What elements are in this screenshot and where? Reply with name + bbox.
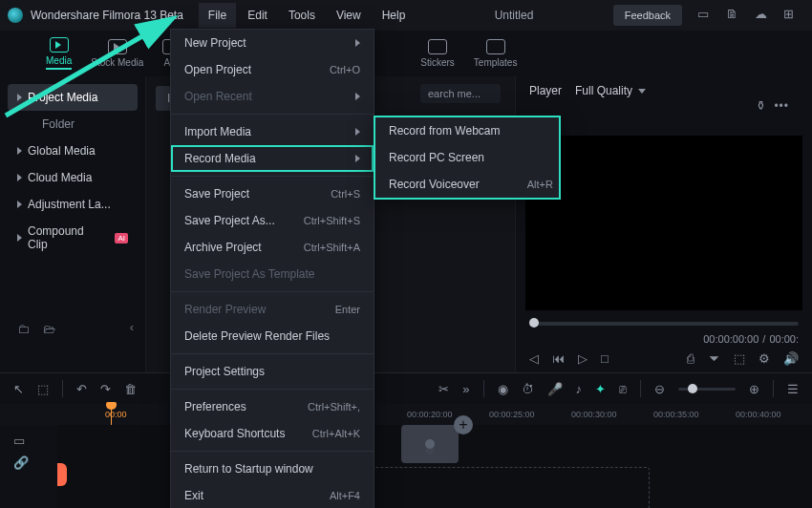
tab-stock-media[interactable]: Stock Media [91,39,143,68]
zoom-out-icon[interactable]: ⊖ [654,383,665,395]
divider [62,380,63,397]
tab-stickers[interactable]: Stickers [420,39,455,68]
add-clip-button[interactable]: + [454,415,473,434]
chevron-right-icon [17,94,22,101]
ai-badge: AI [115,233,128,243]
menu-exit[interactable]: ExitAlt+F4 [171,482,374,508]
sidebar-item-project-media[interactable]: Project Media [8,84,138,111]
pointer-tool-icon[interactable]: ↖ [13,383,24,395]
monitor-icon[interactable]: ▭ [697,8,713,23]
menu-import-media[interactable]: Import Media [171,118,374,145]
player-scrubber[interactable] [529,322,799,326]
menu-edit[interactable]: Edit [238,3,277,28]
mic-icon[interactable]: 🎤 [547,383,563,395]
more-icon[interactable]: ••• [774,99,789,113]
sidebar-item-global-media[interactable]: Global Media [8,138,138,164]
submenu-arrow-icon [355,128,360,136]
player-viewport[interactable] [525,136,802,310]
select-tool-icon[interactable]: ⬚ [37,383,49,395]
split-icon[interactable]: ✂ [438,383,449,395]
color-icon[interactable]: ◉ [498,383,508,395]
prev-frame-icon[interactable]: ◁ [529,352,539,365]
media-placeholder-icon[interactable] [401,425,459,463]
delete-icon[interactable]: 🗑 [124,383,137,395]
tab-media[interactable]: Media [46,37,72,70]
separator [171,389,374,390]
new-folder-icon[interactable]: 🗀 [17,323,30,335]
track-link-icon[interactable]: 🔗 [13,456,44,469]
speed-icon[interactable]: ⏱ [522,383,534,395]
menu-view[interactable]: View [327,3,371,28]
menu-preferences[interactable]: PreferencesCtrl+Shift+, [171,393,374,420]
cloud-icon[interactable]: ☁ [755,8,770,23]
menu-save-project[interactable]: Save ProjectCtrl+S [171,180,374,207]
list-view-icon[interactable]: ☰ [787,383,799,395]
file-menu: New Project Open ProjectCtrl+O Open Rece… [170,29,374,508]
play-icon[interactable]: ▷ [578,352,588,365]
apps-icon[interactable]: ⊞ [783,8,799,23]
marker-icon[interactable]: ⏷ [708,352,720,365]
crop-icon[interactable]: ⬚ [734,352,745,365]
menu-render-preview: Render PreviewEnter [171,296,374,323]
ai-tool-icon[interactable]: ✦ [595,383,606,395]
chevron-right-icon [17,234,22,242]
app-logo-icon [8,8,23,23]
timecode: 00:00:40:00 [736,410,812,419]
menu-save-project-as[interactable]: Save Project As...Ctrl+Shift+S [171,207,374,234]
media-icon [50,37,69,53]
folder-icon[interactable]: 🗁 [43,323,55,335]
menu-record-screen[interactable]: Record PC Screen [375,144,566,171]
chevron-right-icon [17,201,22,208]
more-tools-icon[interactable]: » [462,383,469,395]
tab-templates[interactable]: Templates [474,39,518,68]
feedback-button[interactable]: Feedback [613,5,682,26]
filter-icon[interactable]: ⚱ [756,99,766,112]
sidebar-item-cloud-media[interactable]: Cloud Media [8,164,138,191]
menu-keyboard-shortcuts[interactable]: Keyboard ShortcutsCtrl+Alt+K [171,420,374,447]
player-quality-select[interactable]: Full Quality [575,84,646,97]
templates-icon [486,39,505,54]
zoom-in-icon[interactable]: ⊕ [749,383,759,395]
menu-record-voiceover[interactable]: Record VoiceoverAlt+R [375,171,566,198]
submenu-arrow-icon [355,155,360,162]
step-back-icon[interactable]: ⏮ [552,352,565,365]
separator [171,451,374,452]
save-icon[interactable]: 🗎 [726,8,741,23]
menu-open-project[interactable]: Open ProjectCtrl+O [171,56,374,83]
menu-help[interactable]: Help [373,3,416,28]
redo-icon[interactable]: ↷ [100,383,111,395]
zoom-slider[interactable] [678,388,736,391]
drag-handle[interactable] [57,463,67,486]
menu-archive-project[interactable]: Archive ProjectCtrl+Shift+A [171,234,374,261]
zoom-handle[interactable] [688,384,697,393]
undo-icon[interactable]: ↶ [76,383,87,395]
menu-return-startup[interactable]: Return to Startup window [171,455,374,482]
music-icon[interactable]: ♪ [576,383,583,395]
snapshot-icon[interactable]: ⎙ [687,352,694,365]
scrubber-handle[interactable] [529,318,539,328]
menu-open-recent: Open Recent [171,83,374,110]
menu-tools[interactable]: Tools [279,3,325,28]
divider [773,380,774,397]
menu-delete-render-files[interactable]: Delete Preview Render Files [171,323,374,349]
mixer-icon[interactable]: ⎚ [619,383,627,395]
stop-icon[interactable]: □ [601,352,609,365]
settings-icon[interactable]: ⚙ [759,352,770,365]
separator [171,114,374,115]
volume-icon[interactable]: 🔊 [783,352,799,365]
search-input[interactable]: earch me... [420,84,501,103]
divider [483,380,484,397]
time-separator: / [762,333,765,345]
chevron-right-icon [17,174,22,181]
menu-project-settings[interactable]: Project Settings [171,358,374,385]
menu-new-project[interactable]: New Project [171,30,374,56]
sidebar-item-compound-clip[interactable]: Compound ClipAI [8,218,138,258]
prev-page-icon[interactable]: ‹ [130,321,134,333]
menu-record-media[interactable]: Record Media [171,145,374,172]
menu-file[interactable]: File [199,3,236,28]
menu-record-webcam[interactable]: Record from Webcam [375,117,566,144]
stock-media-icon [108,39,127,54]
sidebar-item-folder[interactable]: Folder [8,111,138,138]
sidebar-item-adjustment-layer[interactable]: Adjustment La... [8,191,138,218]
track-video-icon[interactable]: ▭ [13,434,44,447]
